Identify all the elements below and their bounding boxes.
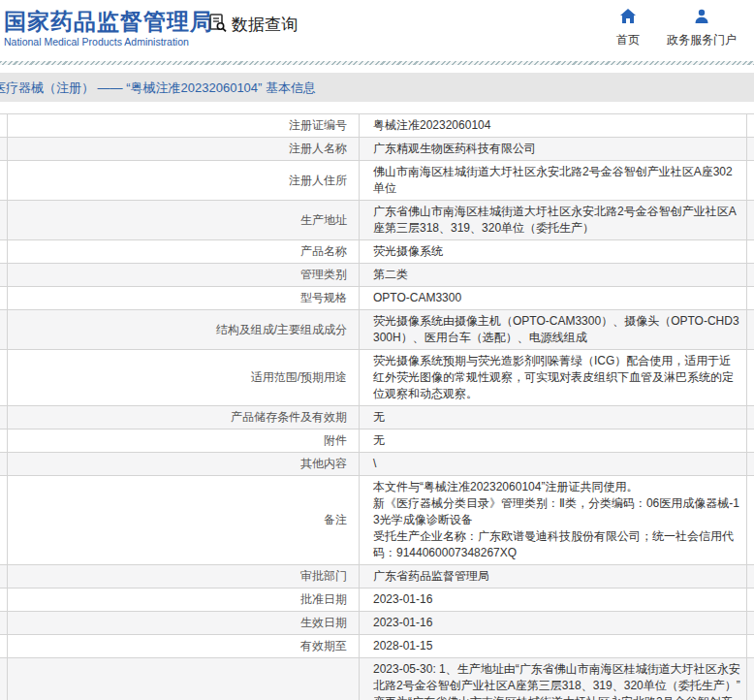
row-value: 佛山市南海区桂城街道大圩社区永安北路2号金谷智创产业社区A座302单位 [359,161,746,200]
row-label: 生效日期 [8,612,359,634]
row-label: 附件 [8,430,359,452]
row-value: 粤械注准20232060104 [359,114,746,137]
table-row: 型号规格OPTO-CAM3300 [0,287,754,310]
row-value-text: 2023-01-16 [373,615,432,631]
row-label: 注册证编号 [8,114,359,137]
row-value: 2023-05-30: 1、生产地址由“广东省佛山市南海区桂城街道大圩社区永安北… [359,658,746,700]
row-value: 2023-01-16 [359,612,746,634]
doc-search-icon [207,13,228,37]
row-value: 第二类 [359,264,746,286]
row-right-sliver [746,565,754,588]
table-row: 其他内容\ [0,453,754,476]
row-value-text: 2023-05-30: 1、生产地址由“广东省佛山市南海区桂城街道大圩社区永安北… [373,661,740,700]
nav-portal[interactable]: 政务服务门户 [667,9,737,48]
table-row: 生产地址广东省佛山市南海区桂城街道大圩社区永安北路2号金谷智创产业社区A座第三层… [0,201,754,240]
table-row: 备注本文件与“粤械注准20232060104”注册证共同使用。 新《医疗器械分类… [0,476,754,565]
row-left-sliver [0,310,8,349]
row-label: 产品储存条件及有效期 [8,406,359,429]
row-value-text: OPTO-CAM3300 [373,290,461,306]
row-label: 备注 [8,476,359,564]
row-right-sliver [746,310,754,349]
logo-subtitle: National Medical Products Administration [4,36,202,48]
row-value-text: 荧光摄像系统 [373,243,443,260]
row-left-sliver [0,430,8,452]
row-value: 广东精观生物医药科技有限公司 [359,138,746,160]
data-query-label: 数据查询 [232,14,298,36]
row-right-sliver [746,476,754,564]
row-value: 2023-01-16 [359,589,746,611]
table-row: 管理类别第二类 [0,264,754,287]
row-label-text: 其他内容 [300,456,347,472]
row-value-text: 佛山市南海区桂城街道大圩社区永安北路2号金谷智创产业社区A座302单位 [373,164,740,197]
row-value: 荧光摄像系统预期与荧光造影剂吲哚菁绿（ICG）配合使用，适用于近红外荧光图像的常… [359,350,746,405]
nav-home-label: 首页 [616,32,640,48]
row-value: 广东省佛山市南海区桂城街道大圩社区永安北路2号金谷智创产业社区A座第三层318、… [359,201,746,239]
row-right-sliver [746,287,754,309]
user-icon [694,9,709,28]
row-value-text: 无 [373,432,385,449]
row-label-text: 适用范围/预期用途 [251,369,347,386]
row-value: 本文件与“粤械注准20232060104”注册证共同使用。 新《医疗器械分类目录… [359,476,746,564]
row-left-sliver [0,264,8,286]
table-row: 生效日期2023-01-16 [0,612,754,635]
row-left-sliver [0,287,8,309]
row-value: 荧光摄像系统 [359,240,746,263]
row-right-sliver [746,138,754,160]
row-left-sliver [0,138,8,160]
table-row: 结构及组成/主要组成成分荧光摄像系统由摄像主机（OPTO-CAM3300）、摄像… [0,310,754,350]
row-right-sliver [746,114,754,137]
page-header: 国家药品监督管理局 National Medical Products Admi… [0,0,754,61]
row-label-text: 附件 [324,432,347,449]
table-row: 批准日期2023-01-16 [0,589,754,612]
data-query-menu[interactable]: 数据查询 [207,13,298,37]
nav-portal-label: 政务服务门户 [667,32,737,48]
row-left-sliver [0,161,8,200]
row-label: 管理类别 [8,264,359,286]
row-label-text: 产品储存条件及有效期 [231,409,347,426]
table-row: 适用范围/预期用途荧光摄像系统预期与荧光造影剂吲哚菁绿（ICG）配合使用，适用于… [0,350,754,406]
row-value-text: \ [373,456,376,472]
row-value-text: 荧光摄像系统由摄像主机（OPTO-CAM3300）、摄像头（OPTO-CHD33… [373,313,740,346]
row-left-sliver [0,589,8,611]
row-value-text: 广东省药品监督管理局 [373,568,489,585]
row-label: 注册人名称 [8,138,359,160]
row-value-text: 无 [373,409,385,426]
table-row: 注册证编号粤械注准20232060104 [0,114,754,138]
row-label-text: 结构及组成/主要组成成分 [216,322,347,338]
row-label: 批准日期 [8,589,359,611]
row-left-sliver [0,658,8,700]
row-label-text: 产品名称 [300,243,347,260]
row-label-text: 注册证编号 [289,117,347,134]
table-row: 产品名称荧光摄像系统 [0,240,754,264]
row-value-text: 第二类 [373,267,408,283]
row-label-text: 生效日期 [300,615,347,631]
row-right-sliver [746,453,754,475]
breadcrumb-bar: 医疗器械（注册） —— “粤械注准20232060104” 基本信息 [0,73,754,102]
row-label: 注册人住所 [8,161,359,200]
row-right-sliver [746,612,754,634]
row-label: 结构及组成/主要组成成分 [8,310,359,349]
row-left-sliver [0,240,8,263]
row-value-text: 荧光摄像系统预期与荧光造影剂吲哚菁绿（ICG）配合使用，适用于近红外荧光图像的常… [373,353,740,402]
table-row: 变更情况2023-05-30: 1、生产地址由“广东省佛山市南海区桂城街道大圩社… [0,658,754,700]
row-right-sliver [746,430,754,452]
row-right-sliver [746,264,754,286]
row-left-sliver [0,114,8,137]
row-right-sliver [746,589,754,611]
row-value: 荧光摄像系统由摄像主机（OPTO-CAM3300）、摄像头（OPTO-CHD33… [359,310,746,349]
row-value: 2028-01-15 [359,635,746,657]
row-right-sliver [746,406,754,429]
row-label: 变更情况 [8,658,359,700]
nav-home[interactable]: 首页 [616,9,640,48]
nmpa-logo: 国家药品监督管理局 National Medical Products Admi… [0,0,202,48]
row-left-sliver [0,476,8,564]
table-row: 有效期至2028-01-15 [0,635,754,658]
row-label-text: 审批部门 [300,568,347,585]
row-right-sliver [746,240,754,263]
row-left-sliver [0,453,8,475]
row-label-text: 备注 [324,512,347,528]
row-value: \ [359,453,746,475]
table-row: 注册人名称广东精观生物医药科技有限公司 [0,138,754,161]
row-label: 适用范围/预期用途 [8,350,359,405]
row-value-text: 粤械注准20232060104 [373,117,490,134]
